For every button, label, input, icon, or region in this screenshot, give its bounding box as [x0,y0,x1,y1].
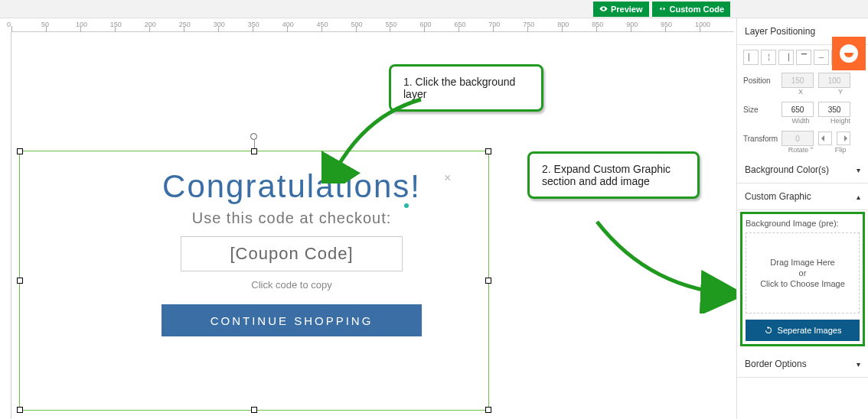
flip-label: Flip [823,146,858,154]
custom-code-button[interactable]: Custom Code [652,2,731,17]
top-toolbar: Preview Custom Code [0,0,868,18]
layer-positioning-label: Layer Positioning [745,26,815,37]
rotate-handle[interactable] [250,133,257,140]
rotate-label: Rotate ° [783,146,818,154]
size-label: Size [743,106,777,114]
separate-images-label: Seperate Images [778,326,842,335]
resize-handle-nw[interactable] [17,148,23,154]
chevron-down-icon: ▾ [857,360,860,369]
logo-icon [840,44,858,63]
flip-horizontal-button[interactable] [818,132,832,145]
resize-handle-e[interactable] [485,278,491,284]
brand-logo [832,37,866,70]
continue-shopping-button[interactable]: CONTINUE SHOPPING [162,304,422,336]
height-input[interactable] [818,102,850,117]
size-sublabels: Width Height [737,117,868,128]
custom-graphic-header[interactable]: Custom Graphic ▴ [737,184,868,210]
transform-sublabels: Rotate ° Flip [737,146,868,157]
align-center-v-button[interactable]: ─ [814,50,829,65]
eye-icon [599,5,608,13]
dropzone-line1: Drag Image Here [770,258,834,267]
rotate-input[interactable] [782,131,814,146]
background-colors-header[interactable]: Background Color(s) ▾ [737,157,868,184]
position-x-input[interactable] [782,73,814,88]
code-icon [658,5,667,13]
resize-handle-ne[interactable] [485,148,491,154]
image-dropzone[interactable]: Drag Image Here or Click to Choose Image [746,232,860,313]
align-center-h-button[interactable]: ╎ [761,50,776,65]
border-options-label: Border Options [745,359,807,369]
instruction-callout-2: 2. Expand Custom Graphic section and add… [527,151,700,199]
flip-h-icon [821,135,829,142]
position-label: Position [743,76,777,85]
instruction-callout-1: 1. Click the background layer [389,64,543,112]
resize-handle-n[interactable] [251,148,257,154]
border-options-header[interactable]: Border Options ▾ [737,351,868,378]
y-label: Y [823,88,858,96]
preview-button[interactable]: Preview [593,2,649,17]
copy-hint: Click code to copy [126,279,457,291]
popup-preview: Congratulations! Use this code at checko… [126,168,457,336]
custom-code-label: Custom Code [670,5,725,14]
position-row: Position [737,70,868,88]
background-colors-label: Background Color(s) [745,164,829,175]
chevron-up-icon: ▴ [857,193,860,201]
horizontal-ruler: 0501001502002503003504004505005506006507… [11,18,734,32]
chevron-down-icon: ▾ [857,166,860,174]
vertical-ruler [0,32,11,419]
transform-label: Transform [743,135,777,143]
resize-handle-sw[interactable] [17,407,23,413]
flip-v-icon [840,135,847,142]
resize-handle-se[interactable] [485,407,491,413]
coupon-code-field[interactable]: [Coupon Code] [181,236,403,271]
width-input[interactable] [782,102,814,117]
align-right-button[interactable]: ▕ [778,50,794,65]
properties-sidebar: Layer Positioning ▏ ╎ ▕ ▔ ─ ▁ Position X… [736,18,868,419]
popup-title: Congratulations! [162,168,421,205]
size-row: Size [737,99,868,117]
popup-subtitle: Use this code at checkout: [126,210,457,227]
accent-dot-icon [404,203,409,208]
position-sublabels: X Y [737,88,868,99]
refresh-icon [764,326,773,335]
position-y-input[interactable] [818,73,850,88]
ruler-tick: 1000 [700,18,734,32]
transform-row: Transform [737,128,868,146]
flip-vertical-button[interactable] [837,132,850,145]
canvas[interactable]: × Congratulations! Use this code at chec… [11,32,734,419]
preview-label: Preview [611,5,643,14]
height-label: Height [823,117,858,125]
dropzone-line3: Click to Choose Image [760,279,845,288]
separate-images-button[interactable]: Seperate Images [746,320,860,341]
popup-title-text: Congratulations! [162,168,421,204]
width-label: Width [783,117,818,125]
custom-graphic-label: Custom Graphic [745,191,811,202]
resize-handle-w[interactable] [17,278,23,284]
custom-graphic-panel: Background Image (pre): Drag Image Here … [740,212,865,346]
bg-image-pre-label: Background Image (pre): [746,217,860,232]
align-left-button[interactable]: ▏ [743,50,759,65]
dropzone-line2: or [799,268,807,278]
align-top-button[interactable]: ▔ [796,50,811,65]
x-label: X [783,88,818,96]
resize-handle-s[interactable] [251,407,257,413]
